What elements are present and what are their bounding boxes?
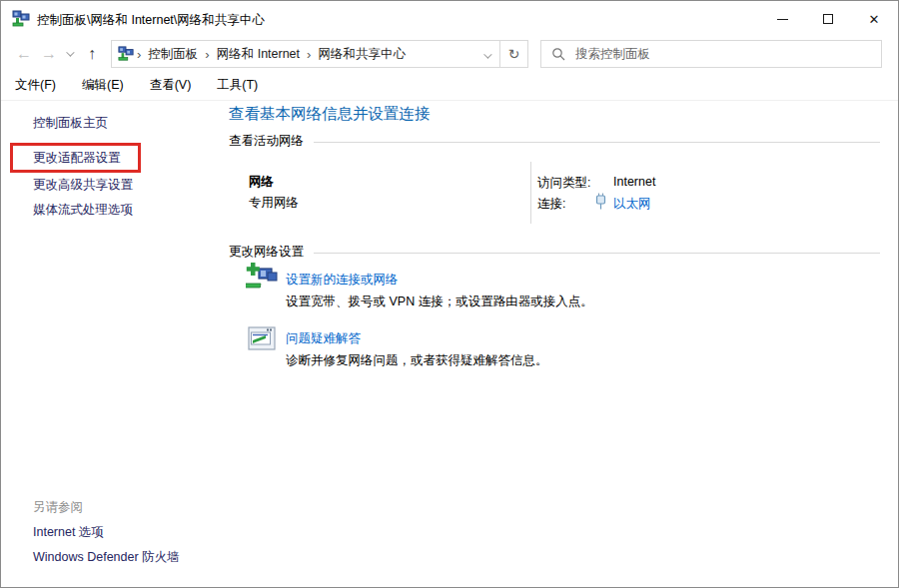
page-title: 查看基本网络信息并设置连接 — [229, 104, 431, 125]
breadcrumb-separator-icon: › — [134, 47, 144, 62]
breadcrumb-network-sharing[interactable]: 网络和共享中心 — [314, 46, 410, 63]
minimize-button[interactable] — [759, 1, 805, 37]
breadcrumb-control-panel[interactable]: 控制面板 — [144, 46, 202, 63]
sidebar-item-defender-firewall[interactable]: Windows Defender 防火墙 — [33, 549, 180, 566]
menu-edit[interactable]: 编辑(E) — [82, 77, 124, 94]
breadcrumb-separator-icon: › — [304, 47, 314, 62]
menu-view[interactable]: 查看(V) — [150, 77, 192, 94]
active-networks-header: 查看活动网络 — [229, 133, 304, 150]
window-controls: ✕ — [759, 1, 897, 37]
up-button[interactable]: ↑ — [79, 37, 105, 71]
connection-label: 连接: — [537, 196, 565, 213]
breadcrumb-separator-icon: › — [202, 47, 212, 62]
recent-pages-dropdown[interactable] — [61, 37, 77, 71]
network-sharing-center-window: 控制面板\网络和 Internet\网络和共享中心 ✕ ← → ↑ — [0, 0, 899, 588]
address-dropdown-button[interactable] — [483, 45, 493, 63]
network-center-icon — [12, 10, 30, 32]
maximize-icon — [823, 14, 833, 24]
troubleshoot-link[interactable]: 问题疑难解答 — [286, 330, 361, 347]
address-bar[interactable]: › 控制面板 › 网络和 Internet › 网络和共享中心 — [111, 40, 500, 68]
sidebar-item-advanced-sharing[interactable]: 更改高级共享设置 — [33, 177, 133, 194]
access-type-value: Internet — [613, 175, 655, 189]
sidebar-item-adapter-settings[interactable]: 更改适配器设置 — [33, 150, 121, 167]
breadcrumb-network-internet[interactable]: 网络和 Internet — [213, 46, 304, 63]
chevron-down-icon — [66, 48, 74, 56]
menu-tools[interactable]: 工具(T) — [217, 77, 258, 94]
chevron-down-icon — [483, 50, 491, 58]
navigation-toolbar: ← → ↑ › 控制面板 › 网络和 Internet › 网络和共享中心 — [1, 37, 898, 71]
setup-new-connection-desc: 设置宽带、拨号或 VPN 连接；或设置路由器或接入点。 — [286, 294, 593, 310]
menu-bar: 文件(F) 编辑(E) 查看(V) 工具(T) — [1, 71, 898, 101]
network-panel-divider — [530, 162, 531, 224]
search-icon — [551, 47, 565, 61]
close-button[interactable]: ✕ — [851, 1, 897, 37]
search-input[interactable] — [575, 47, 871, 61]
section-active-networks: 查看活动网络 — [229, 133, 880, 150]
section-divider — [314, 142, 880, 143]
refresh-button[interactable]: ↻ — [499, 40, 528, 68]
title-bar: 控制面板\网络和 Internet\网络和共享中心 ✕ — [1, 1, 898, 37]
maximize-button[interactable] — [805, 1, 851, 37]
network-name: 网络 — [249, 174, 274, 191]
ethernet-link[interactable]: 以太网 — [613, 196, 651, 213]
access-type-label: 访问类型: — [537, 175, 590, 192]
menu-file[interactable]: 文件(F) — [15, 77, 56, 94]
see-also-header: 另请参阅 — [33, 499, 83, 516]
ethernet-icon — [595, 193, 606, 214]
close-icon: ✕ — [869, 13, 880, 26]
troubleshoot-desc: 诊断并修复网络问题，或者获得疑难解答信息。 — [286, 352, 548, 369]
window-title: 控制面板\网络和 Internet\网络和共享中心 — [37, 12, 265, 29]
setup-new-connection-link[interactable]: 设置新的连接或网络 — [286, 272, 399, 289]
sidebar-item-media-streaming[interactable]: 媒体流式处理选项 — [33, 202, 133, 219]
network-type: 专用网络 — [249, 195, 299, 212]
troubleshoot-icon — [248, 326, 276, 355]
section-divider — [314, 253, 880, 254]
sidebar-item-internet-options[interactable]: Internet 选项 — [33, 524, 104, 541]
search-box[interactable] — [540, 40, 882, 68]
change-settings-header: 更改网络设置 — [229, 244, 304, 261]
new-connection-icon — [246, 262, 278, 297]
address-network-icon — [118, 46, 134, 62]
minimize-icon — [777, 19, 788, 20]
forward-button[interactable]: → — [37, 37, 61, 71]
back-button[interactable]: ← — [11, 37, 37, 71]
section-change-settings: 更改网络设置 — [229, 244, 880, 261]
sidebar-item-home[interactable]: 控制面板主页 — [33, 115, 108, 132]
